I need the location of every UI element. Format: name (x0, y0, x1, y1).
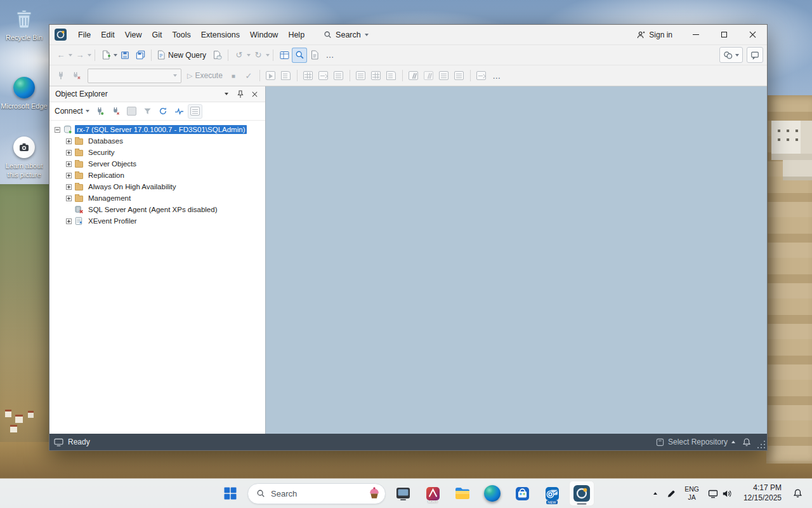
taskbar-app-m365[interactable]: M365 (420, 481, 445, 506)
parse-button[interactable]: ✓ (241, 68, 256, 83)
tree-item-server-objects[interactable]: Server Objects (49, 158, 265, 170)
close-button[interactable] (738, 25, 767, 44)
language-indicator[interactable]: ENG JA (681, 483, 702, 504)
menu-extensions[interactable]: Extensions (196, 27, 245, 43)
comment-selection-button[interactable] (406, 68, 421, 83)
disconnect-server-button[interactable] (108, 104, 123, 119)
resize-grip[interactable] (757, 434, 767, 450)
uncomment-selection-button[interactable] (421, 68, 436, 83)
refresh-button[interactable] (156, 104, 171, 119)
results-to-file-button[interactable] (384, 68, 399, 83)
save-all-button[interactable] (133, 48, 148, 63)
redo-dropdown-icon[interactable] (266, 54, 270, 57)
tree-item-xevent-profiler[interactable]: XEvent Profiler (49, 215, 265, 227)
expand-icon[interactable] (66, 173, 72, 178)
taskbar-app-edge[interactable] (480, 481, 505, 506)
tree-item-replication[interactable]: Replication (49, 170, 265, 181)
stop-button[interactable] (124, 104, 139, 119)
expand-icon[interactable] (66, 138, 72, 144)
save-button[interactable] (117, 48, 133, 63)
maximize-button[interactable] (710, 25, 738, 44)
navigate-forward-button[interactable]: → (72, 48, 88, 63)
expand-icon[interactable] (66, 161, 72, 167)
notifications-bell-icon[interactable] (742, 438, 751, 447)
connect-query-button[interactable] (53, 68, 69, 83)
tree-item-always-on[interactable]: Always On High Availability (49, 181, 265, 192)
tree-item-databases[interactable]: Databases (49, 135, 265, 147)
collapse-icon[interactable] (55, 127, 60, 133)
intellisense-button[interactable] (278, 68, 294, 83)
editor-toolbar-overflow-button[interactable]: … (489, 68, 504, 83)
include-live-statistics-button[interactable] (316, 68, 331, 83)
undo-button[interactable]: ↺ (232, 48, 247, 63)
expand-icon[interactable] (66, 196, 72, 201)
new-file-button[interactable] (98, 48, 114, 63)
desktop-icon-recycle-bin[interactable]: Recycle Bin (0, 6, 48, 43)
taskbar-app-microsoft-store[interactable] (509, 481, 535, 506)
sign-in-button[interactable]: Sign in (627, 30, 681, 39)
menu-file[interactable]: File (73, 27, 96, 43)
user-profile-switcher-button[interactable] (719, 47, 743, 63)
taskbar-search-box[interactable]: Search (247, 483, 386, 504)
network-volume-button[interactable] (705, 483, 735, 504)
increase-indent-button[interactable] (452, 68, 467, 83)
decrease-indent-button[interactable] (436, 68, 452, 83)
taskbar-app-ssms[interactable] (569, 481, 594, 506)
window-position-button[interactable] (219, 88, 233, 100)
redo-button[interactable]: ↻ (251, 48, 266, 63)
include-client-statistics-button[interactable] (331, 68, 346, 83)
minimize-button[interactable] (681, 25, 710, 44)
clock-button[interactable]: 4:17 PM 12/15/2025 (738, 483, 787, 504)
taskbar-app-file-explorer[interactable] (450, 481, 475, 506)
pen-input-button[interactable] (663, 483, 679, 504)
menu-window[interactable]: Window (245, 27, 283, 43)
notification-center-button[interactable] (790, 483, 806, 504)
find-in-files-button[interactable] (292, 48, 307, 63)
sqlcmd-mode-button[interactable] (474, 68, 489, 83)
connect-server-button[interactable] (93, 104, 107, 119)
camera-icon (11, 135, 37, 160)
cancel-query-button[interactable]: ■ (226, 68, 241, 83)
connect-dropdown-button[interactable]: Connect (53, 104, 91, 119)
menu-tools[interactable]: Tools (167, 27, 196, 43)
menu-git[interactable]: Git (147, 27, 167, 43)
open-file-button[interactable] (307, 48, 322, 63)
filter-button[interactable] (140, 104, 155, 119)
tree-item-security[interactable]: Security (49, 147, 265, 158)
tree-item-server[interactable]: rx-7 (SQL Server 17.0.1000.7 - FD3S01\SQ… (49, 124, 265, 135)
include-actual-plan-button[interactable] (301, 68, 316, 83)
select-repository-button[interactable]: Select Repository (655, 438, 737, 446)
pin-button[interactable] (233, 88, 247, 100)
display-estimated-plan-button[interactable] (263, 68, 278, 83)
desktop-icon-learn-about-picture[interactable]: Learn about this picture (0, 135, 48, 180)
feedback-button[interactable] (747, 47, 763, 63)
toolbar-overflow-button[interactable]: … (322, 48, 337, 63)
tree-item-sql-server-agent[interactable]: SQL Server Agent (Agent XPs disabled) (49, 204, 265, 215)
expand-icon[interactable] (66, 218, 72, 224)
menubar-search-button[interactable]: Search (318, 28, 374, 42)
execute-button[interactable]: ▷ Execute (185, 68, 226, 83)
new-query-button[interactable]: New Query (155, 48, 209, 63)
menu-view[interactable]: View (120, 27, 147, 43)
taskbar-app-outlook[interactable]: NEW (539, 481, 565, 506)
menu-edit[interactable]: Edit (96, 27, 120, 43)
available-databases-combobox[interactable] (88, 69, 181, 83)
expand-icon[interactable] (66, 184, 72, 190)
desktop-icon-edge[interactable]: Microsoft Edge (0, 75, 48, 111)
scripting-options-button[interactable] (188, 104, 202, 119)
close-panel-button[interactable] (247, 88, 261, 100)
navigate-back-button[interactable]: ← (53, 48, 69, 63)
tree-item-management[interactable]: Management (49, 192, 265, 204)
results-to-text-button[interactable] (353, 68, 369, 83)
show-hidden-icons-button[interactable] (650, 483, 660, 504)
activity-monitor-grid-button[interactable] (277, 48, 292, 63)
results-to-grid-button[interactable] (369, 68, 384, 83)
taskbar-app-dev-monitor[interactable] (390, 481, 416, 506)
new-query-current-connection-button[interactable] (209, 48, 225, 63)
start-button[interactable] (218, 481, 243, 506)
change-connection-button[interactable] (69, 68, 84, 83)
forward-dropdown-icon[interactable] (88, 54, 91, 57)
menu-help[interactable]: Help (283, 27, 310, 43)
activity-monitor-button[interactable] (172, 104, 187, 119)
expand-icon[interactable] (66, 150, 72, 156)
